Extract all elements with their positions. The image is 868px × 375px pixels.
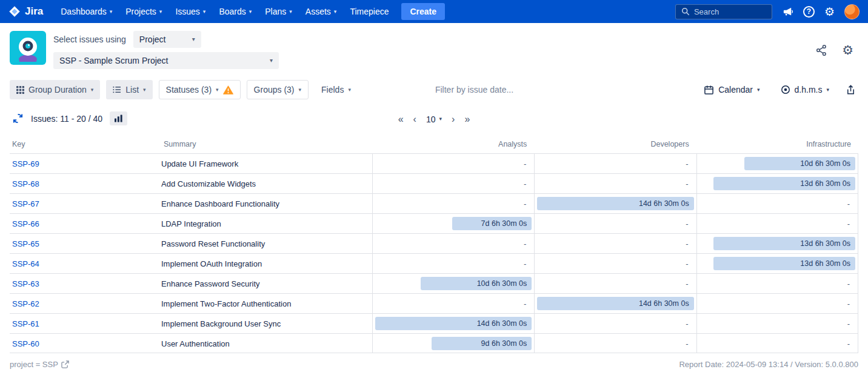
issues-table-body: SSP-69Update UI Framework--10d 6h 30m 0s… bbox=[10, 153, 858, 353]
jira-logo[interactable]: Jira bbox=[8, 5, 43, 18]
duration-bar: 10d 6h 30m 0s bbox=[421, 277, 532, 290]
page-footer: project = SSP Report Date: 2024-05-09 13… bbox=[0, 353, 868, 369]
duration-bar: 14d 6h 30m 0s bbox=[537, 297, 693, 310]
column-header-developers: Developers bbox=[534, 140, 696, 148]
groups-filter-label: Groups (3) bbox=[254, 85, 295, 95]
empty-duration: - bbox=[686, 279, 693, 288]
issue-key-link[interactable]: SSP-62 bbox=[12, 299, 39, 308]
summary-cell: Enhance Password Security bbox=[161, 274, 372, 293]
filter-query-link[interactable]: project = SSP bbox=[10, 360, 69, 369]
duration-format-button[interactable]: d.h.m.s ▾ bbox=[774, 80, 836, 99]
project-select[interactable]: SSP - Sample Scrum Project ▾ bbox=[53, 52, 279, 69]
issue-date-filter-input[interactable] bbox=[435, 85, 550, 95]
report-settings-gear-icon[interactable]: ⚙ bbox=[842, 44, 853, 56]
gear-glyph: ⚙ bbox=[842, 44, 853, 56]
list-icon bbox=[113, 86, 121, 93]
analysts-cell: - bbox=[372, 254, 534, 273]
calendar-label: Calendar bbox=[718, 85, 753, 95]
empty-duration: - bbox=[524, 199, 532, 208]
column-header-summary: Summary bbox=[161, 140, 372, 148]
infrastructure-cell: 13d 6h 30m 0s bbox=[696, 234, 858, 253]
create-button[interactable]: Create bbox=[401, 3, 445, 20]
announcement-icon[interactable] bbox=[782, 6, 793, 18]
developers-cell: - bbox=[534, 174, 696, 193]
filter-query-text: project = SSP bbox=[10, 360, 58, 369]
settings-gear-icon[interactable]: ⚙ bbox=[824, 6, 835, 18]
prev-page-button[interactable]: ‹ bbox=[413, 114, 416, 124]
issue-key-link[interactable]: SSP-63 bbox=[12, 279, 39, 288]
search-box[interactable] bbox=[675, 4, 772, 19]
empty-duration: - bbox=[524, 239, 532, 248]
statuses-filter-button[interactable]: Statuses (3) ▾ bbox=[159, 80, 241, 99]
chevron-down-icon: ▾ bbox=[159, 9, 162, 15]
refresh-icon bbox=[12, 113, 24, 124]
issue-key-link[interactable]: SSP-67 bbox=[12, 199, 39, 208]
nav-item-assets[interactable]: Assets▾ bbox=[299, 0, 344, 23]
refresh-button[interactable] bbox=[10, 110, 26, 127]
issue-source-select[interactable]: Project ▾ bbox=[133, 31, 201, 48]
developers-cell: - bbox=[534, 234, 696, 253]
header-controls: Select issues using Project ▾ SSP - Samp… bbox=[53, 31, 279, 69]
developers-cell: - bbox=[534, 314, 696, 333]
empty-duration: - bbox=[686, 219, 693, 228]
page-size-select[interactable]: 10 ▾ bbox=[426, 114, 442, 124]
groups-filter-button[interactable]: Groups (3) ▾ bbox=[247, 80, 309, 99]
share-icon[interactable] bbox=[815, 44, 827, 56]
issue-key-link[interactable]: SSP-65 bbox=[12, 239, 39, 248]
infrastructure-cell: - bbox=[696, 314, 858, 333]
group-duration-button[interactable]: Group Duration ▾ bbox=[10, 80, 100, 99]
nav-item-projects[interactable]: Projects▾ bbox=[119, 0, 169, 23]
chevron-down-icon: ▾ bbox=[348, 87, 351, 93]
view-list-button[interactable]: List ▾ bbox=[106, 80, 152, 99]
user-avatar[interactable] bbox=[844, 4, 860, 19]
infrastructure-cell: 10d 6h 30m 0s bbox=[696, 154, 858, 173]
calendar-button[interactable]: Calendar ▾ bbox=[697, 80, 766, 99]
chevron-down-icon: ▾ bbox=[826, 87, 829, 93]
search-input[interactable] bbox=[694, 7, 764, 16]
view-list-label: List bbox=[125, 85, 139, 95]
infrastructure-cell: 13d 6h 30m 0s bbox=[696, 254, 858, 273]
column-header-key: Key bbox=[10, 140, 161, 148]
issue-key-link[interactable]: SSP-68 bbox=[12, 179, 39, 188]
fields-button[interactable]: Fields ▾ bbox=[315, 80, 358, 99]
fields-label: Fields bbox=[321, 85, 344, 95]
column-header-infrastructure: Infrastructure bbox=[696, 140, 858, 148]
nav-item-timepiece[interactable]: Timepiece bbox=[343, 0, 395, 23]
nav-item-boards[interactable]: Boards▾ bbox=[212, 0, 258, 23]
calendar-icon bbox=[704, 85, 714, 95]
external-link-icon bbox=[61, 360, 69, 368]
empty-duration: - bbox=[686, 339, 693, 348]
last-page-button[interactable]: » bbox=[464, 114, 470, 124]
nav-item-issues[interactable]: Issues▾ bbox=[169, 0, 212, 23]
summary-cell: Implement Background User Sync bbox=[161, 314, 372, 333]
issue-key-link[interactable]: SSP-66 bbox=[12, 219, 39, 228]
chevron-down-icon: ▾ bbox=[757, 87, 760, 93]
nav-item-label: Dashboards bbox=[61, 7, 107, 16]
help-icon[interactable]: ? bbox=[803, 6, 815, 18]
key-cell: SSP-61 bbox=[10, 314, 161, 333]
export-icon bbox=[846, 85, 856, 95]
key-cell: SSP-66 bbox=[10, 214, 161, 233]
nav-item-plans[interactable]: Plans▾ bbox=[258, 0, 299, 23]
pagination: « ‹ 10 ▾ › » bbox=[398, 114, 470, 124]
table-row: SSP-65Password Reset Functionality--13d … bbox=[10, 233, 858, 253]
group-duration-label: Group Duration bbox=[28, 85, 87, 95]
issue-key-link[interactable]: SSP-61 bbox=[12, 319, 39, 328]
issue-key-link[interactable]: SSP-69 bbox=[12, 159, 39, 168]
issue-key-link[interactable]: SSP-64 bbox=[12, 259, 39, 268]
chart-view-button[interactable] bbox=[110, 111, 127, 125]
statuses-filter-label: Statuses (3) bbox=[166, 85, 212, 95]
developers-cell: 14d 6h 30m 0s bbox=[534, 294, 696, 313]
report-header: Select issues using Project ▾ SSP - Samp… bbox=[0, 23, 868, 78]
first-page-button[interactable]: « bbox=[398, 114, 404, 124]
export-button[interactable] bbox=[843, 82, 858, 98]
nav-item-dashboards[interactable]: Dashboards▾ bbox=[54, 0, 119, 23]
infrastructure-cell: - bbox=[696, 214, 858, 233]
table-row: SSP-61Implement Background User Sync14d … bbox=[10, 313, 858, 333]
summary-cell: Enhance Dashboard Functionality bbox=[161, 194, 372, 213]
empty-duration: - bbox=[524, 159, 532, 168]
issue-key-link[interactable]: SSP-60 bbox=[12, 339, 39, 348]
nav-item-label: Plans bbox=[265, 7, 286, 16]
next-page-button[interactable]: › bbox=[452, 114, 455, 124]
summary-cell: User Authentication bbox=[161, 334, 372, 353]
